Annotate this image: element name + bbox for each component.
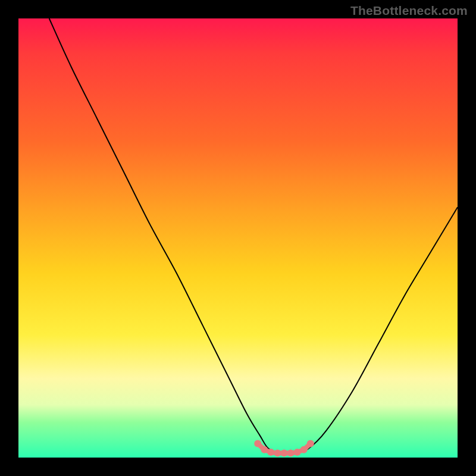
marker-dot (307, 440, 314, 447)
marker-dot (300, 446, 308, 453)
marker-dot (294, 449, 301, 456)
bottleneck-curve (18, 18, 458, 458)
marker-dot (267, 449, 274, 456)
plot-area (18, 18, 458, 458)
marker-dot (254, 440, 261, 447)
curve-path (49, 18, 458, 454)
curve-path-group (49, 18, 458, 454)
marker-dot (281, 450, 288, 457)
chart-frame: TheBottleneck.com (0, 0, 476, 476)
watermark-text: TheBottleneck.com (350, 4, 468, 18)
marker-dot (287, 450, 295, 457)
marker-dot (274, 450, 281, 457)
marker-dot (261, 446, 268, 453)
marker-group (254, 440, 314, 456)
